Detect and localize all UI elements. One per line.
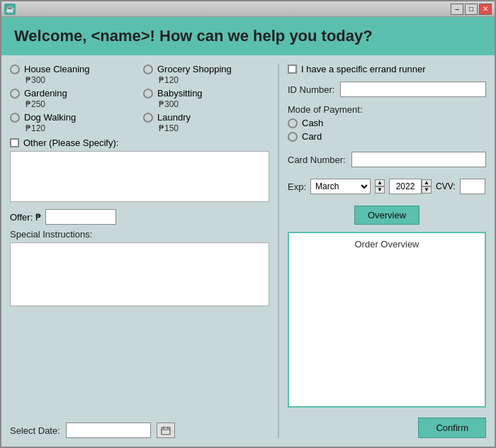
id-number-input[interactable] xyxy=(340,82,486,97)
house-cleaning-label: House Cleaning xyxy=(24,64,90,74)
cash-label: Cash xyxy=(302,118,323,128)
service-label: Laundry xyxy=(143,112,269,123)
year-down-button[interactable]: ▼ xyxy=(422,186,432,194)
date-input[interactable] xyxy=(66,422,151,438)
service-dog-walking: Dog Walking ₱120 xyxy=(10,112,136,133)
card-option: Card xyxy=(288,131,486,142)
order-overview-box: Order Overview xyxy=(288,232,486,408)
main-content: House Cleaning ₱300 Grocery Shopping ₱12… xyxy=(1,55,495,447)
cvv-input[interactable] xyxy=(460,179,485,194)
app-icon: ☕ xyxy=(4,4,16,15)
service-laundry: Laundry ₱150 xyxy=(143,112,269,133)
card-label: Card xyxy=(302,131,322,142)
calendar-icon xyxy=(161,426,171,435)
laundry-radio[interactable] xyxy=(143,113,153,123)
card-number-row: Card Number: xyxy=(288,152,486,167)
month-up-button[interactable]: ▲ xyxy=(375,179,385,186)
gardening-label: Gardening xyxy=(24,88,67,99)
cvv-label: CVV: xyxy=(436,181,456,191)
grocery-shopping-label: Grocery Shopping xyxy=(157,64,232,74)
year-field: ▲ ▼ xyxy=(389,179,432,194)
gardening-radio[interactable] xyxy=(10,89,20,99)
exp-row: Exp: JanuaryFebruaryMarchAprilMayJuneJul… xyxy=(288,179,486,194)
maximize-button[interactable]: □ xyxy=(465,4,478,15)
offer-input[interactable] xyxy=(45,209,116,225)
other-label-row: Other (Please Specify): xyxy=(10,138,269,148)
calendar-button[interactable] xyxy=(157,422,175,438)
babysitting-label: Babysitting xyxy=(157,88,203,99)
service-gardening: Gardening ₱250 xyxy=(10,88,136,109)
overview-button[interactable]: Overview xyxy=(354,206,419,225)
svg-rect-0 xyxy=(162,427,170,435)
laundry-label: Laundry xyxy=(157,112,191,123)
payment-label: Mode of Payment: xyxy=(288,104,486,115)
left-panel: House Cleaning ₱300 Grocery Shopping ₱12… xyxy=(10,64,269,438)
service-label: Dog Walking xyxy=(10,112,136,123)
welcome-text: Welcome, <name>! How can we help you tod… xyxy=(14,27,373,45)
cash-radio[interactable] xyxy=(288,118,298,128)
grocery-shopping-radio[interactable] xyxy=(143,65,153,74)
year-spinner: ▲ ▼ xyxy=(422,179,432,194)
errand-runner-checkbox[interactable] xyxy=(288,65,297,74)
babysitting-radio[interactable] xyxy=(143,89,153,99)
other-label-text: Other (Please Specify): xyxy=(23,138,118,148)
service-house-cleaning: House Cleaning ₱300 xyxy=(10,64,136,85)
month-down-button[interactable]: ▼ xyxy=(375,186,385,194)
right-panel: I have a specific errand runner ID Numbe… xyxy=(288,64,486,438)
window-controls: – □ ✕ xyxy=(451,4,492,15)
other-section: Other (Please Specify): xyxy=(10,138,269,202)
service-label: Grocery Shopping xyxy=(143,64,269,74)
service-label: House Cleaning xyxy=(10,64,136,74)
offer-row: Offer: ₱ xyxy=(10,209,269,225)
month-select[interactable]: JanuaryFebruaryMarchAprilMayJuneJulyAugu… xyxy=(310,179,371,194)
confirm-button[interactable]: Confirm xyxy=(418,418,486,438)
minimize-button[interactable]: – xyxy=(451,4,463,15)
confirm-row: Confirm xyxy=(288,418,486,438)
services-grid: House Cleaning ₱300 Grocery Shopping ₱12… xyxy=(10,64,269,133)
other-textarea[interactable] xyxy=(10,151,269,202)
close-button[interactable]: ✕ xyxy=(479,4,492,15)
service-label: Babysitting xyxy=(143,88,269,99)
dog-walking-label: Dog Walking xyxy=(24,112,76,123)
laundry-price: ₱150 xyxy=(143,123,269,133)
app-window: ☕ – □ ✕ Welcome, <name>! How can we help… xyxy=(0,0,496,448)
payment-section: Mode of Payment: Cash Card xyxy=(288,104,486,142)
date-row: Select Date: xyxy=(10,418,269,438)
year-input[interactable] xyxy=(389,179,422,194)
errand-runner-label: I have a specific errand runner xyxy=(301,64,426,74)
service-babysitting: Babysitting ₱300 xyxy=(143,88,269,109)
year-up-button[interactable]: ▲ xyxy=(422,179,432,186)
offer-label: Offer: ₱ xyxy=(10,212,41,223)
house-cleaning-price: ₱300 xyxy=(10,75,136,85)
dog-walking-price: ₱120 xyxy=(10,123,136,133)
service-label: Gardening xyxy=(10,88,136,99)
gardening-price: ₱250 xyxy=(10,99,136,109)
id-number-row: ID Number: xyxy=(288,82,486,97)
title-bar: ☕ – □ ✕ xyxy=(1,1,495,17)
card-number-input[interactable] xyxy=(351,152,486,167)
card-radio[interactable] xyxy=(288,132,298,142)
id-number-label: ID Number: xyxy=(288,84,334,95)
exp-label: Exp: xyxy=(288,181,306,192)
order-overview-title: Order Overview xyxy=(295,239,479,250)
special-label: Special Instructions: xyxy=(10,229,269,240)
overview-btn-container: Overview xyxy=(288,201,486,225)
special-section: Special Instructions: xyxy=(10,229,269,414)
grocery-shopping-price: ₱120 xyxy=(143,75,269,85)
special-textarea[interactable] xyxy=(10,242,269,306)
card-number-label: Card Number: xyxy=(288,155,346,165)
house-cleaning-radio[interactable] xyxy=(10,65,20,74)
app-header: Welcome, <name>! How can we help you tod… xyxy=(1,17,495,55)
cash-option: Cash xyxy=(288,118,486,128)
service-grocery-shopping: Grocery Shopping ₱120 xyxy=(143,64,269,85)
babysitting-price: ₱300 xyxy=(143,99,269,109)
other-checkbox[interactable] xyxy=(10,138,19,147)
divider xyxy=(278,64,279,438)
date-label: Select Date: xyxy=(10,425,60,436)
dog-walking-radio[interactable] xyxy=(10,113,20,123)
month-spinner: ▲ ▼ xyxy=(375,179,385,194)
errand-runner-row: I have a specific errand runner xyxy=(288,64,486,74)
